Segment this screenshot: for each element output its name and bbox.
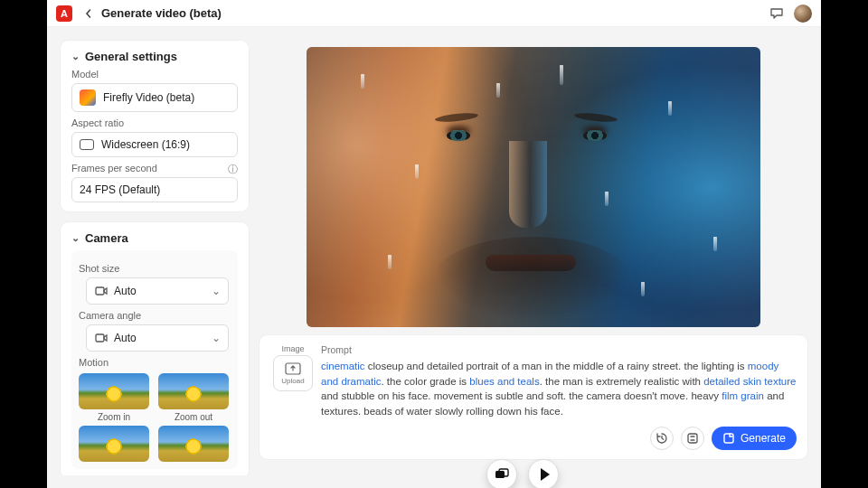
camera-icon — [94, 331, 108, 345]
feedback-button[interactable] — [767, 4, 787, 23]
compare-button[interactable] — [486, 459, 517, 488]
fps-selector[interactable]: 24 FPS (Default) — [71, 177, 238, 202]
image-compare-icon — [495, 468, 509, 481]
speech-bubble-icon — [769, 6, 784, 21]
aspect-ratio-selector[interactable]: Widescreen (16:9) — [71, 132, 238, 157]
camera-subpanel: Shot size Auto ⌄ Camera angle Auto — [71, 250, 238, 469]
shot-size-value: Auto — [114, 285, 137, 297]
prompt-card: Image Upload Prompt cinematic closeup an… — [259, 334, 808, 460]
prompt-text[interactable]: cinematic closeup and detailed portrait … — [321, 359, 797, 419]
motion-thumb-image — [158, 426, 229, 462]
video-preview[interactable] — [307, 47, 760, 327]
info-icon[interactable]: ⓘ — [228, 163, 238, 176]
general-settings-header[interactable]: ⌄ General settings — [71, 50, 238, 63]
aspect-ratio-label: Aspect ratio — [71, 117, 238, 128]
model-value: Firefly Video (beta) — [103, 91, 194, 104]
upload-caption: Upload — [281, 377, 304, 385]
motion-option[interactable] — [158, 426, 229, 462]
motion-zoom-in[interactable]: Zoom in — [79, 373, 149, 422]
image-upload-header: Image — [270, 344, 316, 353]
history-icon — [656, 432, 668, 445]
svg-rect-3 — [688, 434, 697, 443]
model-selector[interactable]: Firefly Video (beta) — [71, 83, 238, 112]
back-button[interactable] — [80, 5, 98, 23]
chevron-down-icon: ⌄ — [71, 51, 80, 62]
camera-header[interactable]: ⌄ Camera — [71, 231, 238, 245]
svg-rect-0 — [96, 287, 104, 295]
brand-logo: A — [56, 5, 72, 22]
model-label: Model — [71, 69, 238, 80]
motion-thumb-image — [79, 373, 149, 409]
chevron-down-icon: ⌄ — [212, 285, 221, 297]
prompt-label: Prompt — [321, 344, 797, 355]
topbar: A Generate video (beta) — [47, 0, 821, 27]
user-avatar[interactable] — [794, 5, 812, 23]
svg-rect-4 — [724, 434, 733, 443]
generate-label: Generate — [741, 432, 786, 445]
page-title: Generate video (beta) — [101, 6, 222, 20]
settings-toggle-button[interactable] — [681, 427, 704, 450]
general-settings-panel: ⌄ General settings Model Firefly Video (… — [60, 40, 250, 212]
camera-icon — [94, 284, 108, 298]
widescreen-icon — [80, 139, 94, 150]
upload-icon — [285, 362, 301, 375]
floating-controls — [486, 459, 559, 488]
motion-thumb-image — [79, 426, 149, 462]
chevron-left-icon — [84, 9, 93, 18]
fps-value: 24 FPS (Default) — [80, 183, 160, 196]
camera-angle-selector[interactable]: Auto ⌄ — [86, 324, 229, 352]
content-body: ⌄ General settings Model Firefly Video (… — [47, 27, 821, 488]
camera-angle-value: Auto — [114, 332, 137, 344]
upload-button[interactable]: Upload — [273, 355, 313, 391]
fps-label: Frames per second ⓘ — [71, 163, 238, 174]
settings-sidebar: ⌄ General settings Model Firefly Video (… — [60, 40, 250, 475]
motion-thumbs-row2 — [79, 426, 231, 462]
prompt-actions: Generate — [270, 427, 797, 450]
motion-label: Motion — [79, 357, 231, 368]
camera-title: Camera — [85, 231, 128, 245]
motion-thumb-caption: Zoom in — [79, 412, 149, 422]
general-settings-title: General settings — [85, 50, 177, 63]
image-upload-section: Image Upload — [270, 344, 316, 419]
chevron-down-icon: ⌄ — [212, 332, 221, 344]
generate-button[interactable]: Generate — [712, 427, 797, 450]
camera-angle-label: Camera angle — [79, 310, 231, 321]
main-area: Image Upload Prompt cinematic closeup an… — [259, 40, 808, 488]
play-button[interactable] — [528, 459, 559, 488]
play-icon — [541, 468, 550, 481]
svg-rect-1 — [96, 334, 104, 342]
history-button[interactable] — [650, 427, 674, 450]
chevron-down-icon: ⌄ — [71, 232, 80, 244]
shot-size-label: Shot size — [79, 263, 231, 274]
motion-thumb-image — [158, 373, 229, 409]
camera-panel: ⌄ Camera Shot size Auto ⌄ Camera angle — [60, 221, 250, 475]
motion-thumb-caption: Zoom out — [158, 412, 229, 422]
motion-zoom-out[interactable]: Zoom out — [158, 373, 229, 422]
motion-thumbs: Zoom in Zoom out — [79, 373, 231, 422]
sliders-icon — [686, 432, 699, 445]
svg-rect-5 — [495, 471, 505, 478]
motion-option[interactable] — [79, 426, 149, 462]
shot-size-selector[interactable]: Auto ⌄ — [86, 277, 229, 305]
aspect-ratio-value: Widescreen (16:9) — [101, 138, 190, 151]
generate-icon — [722, 432, 735, 445]
prompt-body: Prompt cinematic closeup and detailed po… — [321, 344, 797, 419]
model-icon — [80, 89, 96, 106]
app-window: A Generate video (beta) ⌄ General settin… — [47, 0, 821, 488]
